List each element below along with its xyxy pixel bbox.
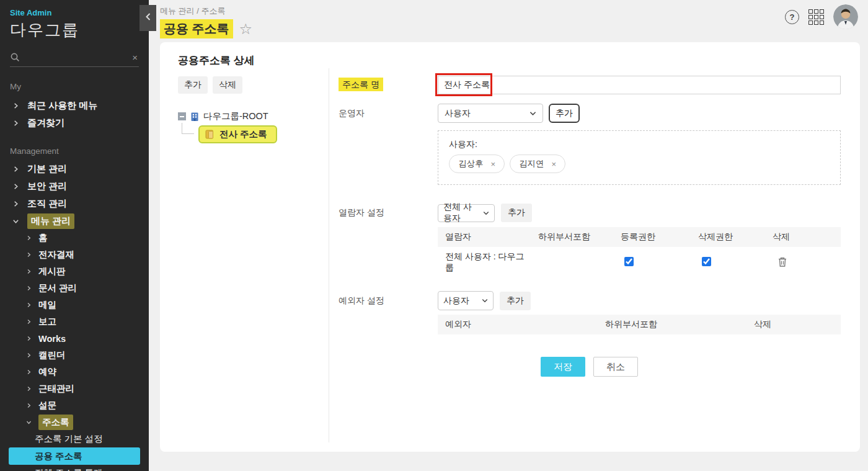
exception-table: 예외자 하위부서포함 삭제: [438, 315, 841, 334]
sidebar-item-label: 조직 관리: [27, 198, 67, 210]
viewer-add-button[interactable]: 추가: [501, 204, 532, 222]
sidebar-item-docs[interactable]: 문서 관리: [0, 280, 149, 297]
building-icon: [190, 112, 200, 122]
sidebar-item-survey[interactable]: 설문: [0, 397, 149, 414]
select-value: 사용자: [443, 295, 469, 307]
tree-node-company-addressbook[interactable]: 전사 주소록: [198, 125, 277, 143]
search-clear-icon[interactable]: ×: [132, 52, 139, 63]
chip-remove-icon[interactable]: ×: [552, 159, 557, 169]
grid-square: [820, 20, 824, 25]
col-delete-perm: 삭제권한: [691, 227, 765, 247]
sidebar: Site Admin 다우그룹 × My 최근 사용한 메뉴 즐겨찾기 Mana…: [0, 0, 149, 471]
sidebar-item-menu-mgmt[interactable]: 메뉴 관리: [0, 212, 149, 230]
sidebar-item-label: 최근 사용한 메뉴: [27, 100, 97, 112]
help-icon[interactable]: ?: [785, 10, 799, 24]
operator-box-label: 사용자:: [449, 139, 830, 150]
card-title: 공용주소록 상세: [178, 53, 255, 68]
select-value: 전체 사용자: [443, 202, 480, 224]
exception-label: 예외자 설정: [339, 295, 438, 307]
tree-delete-button[interactable]: 삭제: [213, 76, 242, 94]
sidebar-item-label: 홈: [38, 232, 48, 244]
sidebar-item-approval[interactable]: 전자결재: [0, 246, 149, 263]
sidebar-item-attendance[interactable]: 근태관리: [0, 380, 149, 397]
sidebar-item-reservation[interactable]: 예약: [0, 364, 149, 380]
site-admin-label: Site Admin: [0, 0, 149, 17]
sidebar-item-label: 공용 주소록: [35, 451, 82, 462]
chevron-right-icon: [12, 200, 19, 207]
operator-selected-box: 사용자: 김상후 × 김지연 ×: [438, 130, 841, 185]
chevron-down-icon: [483, 211, 489, 215]
exception-table-header: 예외자 하위부서포함 삭제: [438, 315, 841, 334]
chip-label: 김상후: [458, 158, 484, 169]
col-include-subdept: 하위부서포함: [531, 227, 613, 247]
chevron-right-icon: [26, 302, 32, 308]
viewer-table-row: 전체 사용자 : 다우그룹: [438, 247, 841, 278]
sidebar-item-addressbook[interactable]: 주소록: [0, 414, 149, 431]
chevron-down-icon: [26, 419, 32, 425]
register-perm-checkbox[interactable]: [624, 257, 634, 266]
section-label-my: My: [0, 82, 149, 92]
tree-collapse-icon[interactable]: [178, 112, 186, 120]
viewer-label: 열람자 설정: [339, 207, 438, 218]
sidebar-item-addressbook-stats[interactable]: 전체 주소록 통계: [0, 465, 149, 471]
viewer-type-select[interactable]: 전체 사용자: [438, 204, 495, 222]
favorite-star-icon[interactable]: ☆: [239, 22, 253, 37]
trash-icon[interactable]: [777, 256, 787, 269]
save-button[interactable]: 저장: [541, 357, 585, 377]
sidebar-search[interactable]: ×: [10, 51, 139, 67]
operator-add-button[interactable]: 추가: [549, 104, 580, 123]
operator-label: 운영자: [339, 108, 438, 119]
sidebar-item-mail[interactable]: 메일: [0, 297, 149, 313]
sidebar-item-label: 주소록 기본 설정: [35, 433, 103, 445]
form-panel: 주소록 명 운영자 사용자 추가 사용자:: [329, 76, 860, 377]
select-value: 사용자: [445, 108, 471, 119]
app-launcher-icon[interactable]: [808, 9, 824, 25]
operator-type-select[interactable]: 사용자: [438, 104, 543, 123]
sidebar-item-label: 예약: [38, 366, 56, 378]
content-card: 공용주소록 상세 추가 삭제: [160, 42, 860, 452]
viewer-table: 열람자 하위부서포함 등록권한 삭제권한 삭제 전체 사용자 : 다우그룹: [438, 227, 841, 278]
grid-square: [808, 15, 813, 19]
tree-add-button[interactable]: 추가: [178, 76, 208, 94]
breadcrumb: 메뉴 관리 / 주소록: [160, 6, 225, 17]
avatar[interactable]: [833, 4, 858, 29]
chevron-right-icon: [26, 352, 32, 358]
grid-square: [808, 9, 813, 14]
grid-square: [820, 9, 824, 14]
sidebar-item-board[interactable]: 게시판: [0, 263, 149, 280]
grid-square: [814, 20, 818, 25]
addressbook-name-input[interactable]: [438, 76, 841, 94]
chevron-right-icon: [12, 166, 19, 173]
sidebar-item-recent-menus[interactable]: 최근 사용한 메뉴: [0, 97, 149, 114]
brand-title: 다우그룹: [0, 17, 149, 41]
cancel-button[interactable]: 취소: [593, 357, 638, 377]
sidebar-item-report[interactable]: 보고: [0, 313, 149, 330]
chevron-right-icon: [26, 319, 32, 325]
sidebar-item-label: 근태관리: [38, 383, 74, 395]
sidebar-item-org-mgmt[interactable]: 조직 관리: [0, 195, 149, 212]
sidebar-item-shared-addressbook[interactable]: 공용 주소록: [9, 447, 140, 465]
name-label: 주소록 명: [339, 78, 383, 91]
sidebar-item-favorites[interactable]: 즐겨찾기: [0, 114, 149, 132]
exception-type-select[interactable]: 사용자: [438, 291, 494, 310]
tree-child-label: 전사 주소록: [219, 128, 267, 140]
sidebar-item-addressbook-settings[interactable]: 주소록 기본 설정: [0, 431, 149, 447]
sidebar-item-label: 보고: [38, 316, 56, 328]
grid-square: [814, 9, 818, 14]
exception-add-button[interactable]: 추가: [500, 292, 531, 310]
delete-perm-checkbox[interactable]: [702, 257, 711, 266]
sidebar-item-home[interactable]: 홈: [0, 230, 149, 246]
tree-root-node[interactable]: 다우그룹-ROOT: [178, 110, 329, 122]
chevron-right-icon: [12, 102, 19, 109]
grid-square: [808, 20, 813, 25]
sidebar-item-basic-mgmt[interactable]: 기본 관리: [0, 160, 149, 177]
sidebar-item-security-mgmt[interactable]: 보안 관리: [0, 177, 149, 195]
chip-remove-icon[interactable]: ×: [491, 159, 496, 169]
addressbook-icon: [205, 129, 215, 140]
sidebar-collapse-button[interactable]: [140, 5, 156, 31]
sidebar-item-label: 즐겨찾기: [27, 117, 64, 129]
sidebar-item-works[interactable]: Works: [0, 330, 149, 347]
tree-connector: [182, 123, 194, 134]
sidebar-item-calendar[interactable]: 캘린더: [0, 347, 149, 364]
sidebar-item-label: Works: [38, 334, 66, 344]
